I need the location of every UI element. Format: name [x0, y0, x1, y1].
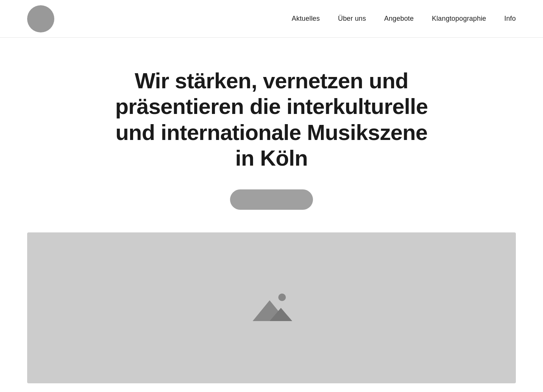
hero-image-placeholder [27, 232, 516, 383]
placeholder-icon [249, 289, 294, 327]
nav-item-ueber-uns[interactable]: Über uns [338, 15, 366, 23]
site-header: Aktuelles Über uns Angebote Klangtopogra… [0, 0, 543, 38]
nav-item-klangtopographie[interactable]: Klangtopographie [432, 15, 486, 23]
hero-button[interactable] [230, 189, 313, 210]
hero-section: Wir stärken, vernetzen und präsentieren … [0, 38, 543, 232]
nav-item-aktuelles[interactable]: Aktuelles [292, 15, 320, 23]
main-content: Wir stärken, vernetzen und präsentieren … [0, 38, 543, 383]
logo[interactable] [27, 5, 54, 32]
svg-point-2 [278, 294, 286, 301]
hero-title: Wir stärken, vernetzen und präsentieren … [109, 68, 434, 171]
nav-item-info[interactable]: Info [504, 15, 516, 23]
main-nav: Aktuelles Über uns Angebote Klangtopogra… [292, 15, 516, 23]
nav-item-angebote[interactable]: Angebote [384, 15, 414, 23]
